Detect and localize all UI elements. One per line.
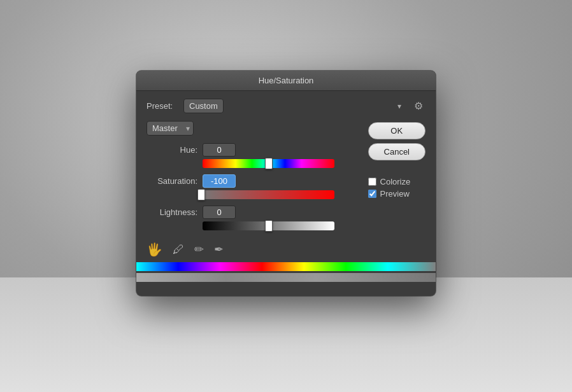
lightness-track-container — [203, 221, 358, 230]
preset-select[interactable]: Custom — [183, 99, 224, 113]
saturation-label: Saturation: — [147, 176, 197, 186]
hue-track[interactable] — [203, 159, 334, 168]
saturation-track-container — [203, 190, 358, 199]
lightness-thumb[interactable] — [265, 220, 273, 232]
right-panel: OK Cancel Colorize Preview — [368, 121, 425, 260]
channel-select-wrapper: Master — [147, 121, 194, 136]
hue-saturation-dialog: Hue/Saturation Preset: Custom ⚙ Master — [136, 71, 436, 296]
hue-track-container — [203, 159, 358, 168]
lightness-value-input[interactable] — [203, 206, 236, 219]
right-checkboxes: Colorize Preview — [368, 177, 425, 199]
sliders-section: Hue: Saturation: — [147, 143, 361, 230]
hue-thumb[interactable] — [265, 158, 273, 169]
colorize-checkbox[interactable] — [368, 178, 376, 186]
lightness-slider-row: Lightness: — [147, 206, 358, 219]
eyedropper-minus-icon[interactable]: ✒ — [214, 242, 224, 256]
spectrum-bar-row — [136, 262, 436, 288]
lightness-track[interactable] — [203, 221, 334, 230]
bottom-toolbar: 🖐 🖊 ✏ ✒ — [147, 237, 361, 260]
saturation-track[interactable] — [203, 190, 334, 199]
dialog-title: Hue/Saturation — [136, 71, 436, 91]
channel-row: Master — [147, 121, 361, 136]
colorize-row: Colorize — [368, 177, 425, 186]
saturation-value-input[interactable] — [203, 174, 236, 188]
channel-select[interactable]: Master — [147, 121, 194, 136]
hue-value-input[interactable] — [203, 143, 236, 157]
lightness-label: Lightness: — [147, 207, 197, 217]
eyedropper-plus-icon[interactable]: ✏ — [194, 242, 204, 256]
preset-row: Preset: Custom ⚙ — [147, 99, 425, 113]
gear-button[interactable]: ⚙ — [411, 99, 425, 113]
preset-select-wrapper: Custom — [183, 99, 406, 113]
dialog-content: Master Hue: — [147, 121, 425, 260]
saturation-slider-row: Saturation: — [147, 174, 358, 188]
preview-row: Preview — [368, 189, 425, 199]
tool-icons: 🖐 🖊 ✏ ✒ — [147, 242, 224, 257]
preset-label: Preset: — [147, 101, 178, 111]
eyedropper-icon[interactable]: 🖊 — [173, 243, 184, 256]
dialog-body: Preset: Custom ⚙ Master — [136, 91, 436, 296]
ok-button[interactable]: OK — [368, 122, 425, 139]
colorize-label: Colorize — [380, 177, 411, 186]
hand-tool-icon[interactable]: 🖐 — [147, 242, 162, 257]
preview-label: Preview — [380, 189, 410, 199]
cancel-button[interactable]: Cancel — [368, 143, 425, 160]
hue-slider-row: Hue: — [147, 143, 358, 157]
preview-checkbox[interactable] — [368, 190, 376, 198]
spectrum-bar-bottom — [136, 273, 436, 282]
left-panel: Master Hue: — [147, 121, 361, 260]
saturation-thumb[interactable] — [197, 189, 205, 200]
hue-label: Hue: — [147, 145, 197, 155]
spectrum-bar-top — [136, 262, 436, 271]
